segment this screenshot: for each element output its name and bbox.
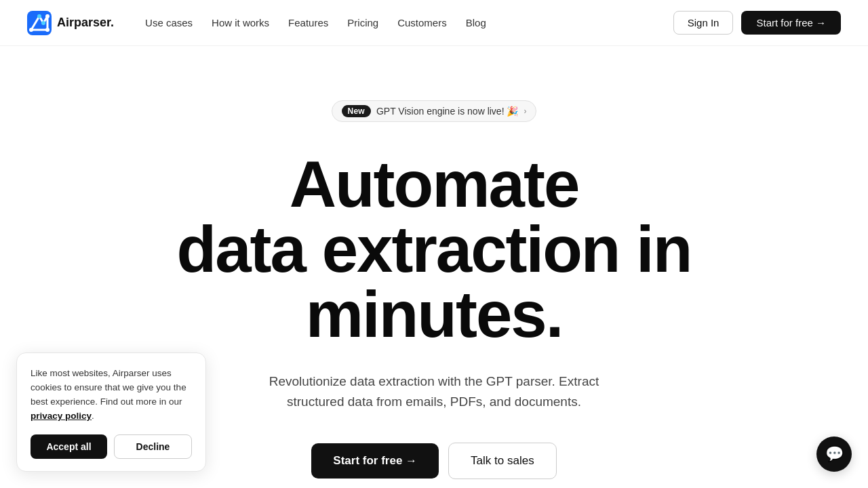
talk-to-sales-button[interactable]: Talk to sales (448, 443, 557, 479)
nav-right: Sign In Start for free → (673, 11, 841, 35)
cookie-text: Like most websites, Airparser uses cooki… (31, 367, 192, 424)
hero-headline-line1: Automate (290, 148, 579, 220)
nav-links: Use cases How it works Features Pricing … (138, 13, 493, 33)
badge-chevron-icon: › (524, 106, 526, 116)
chat-icon: 💬 (825, 445, 844, 463)
svg-point-5 (45, 28, 50, 32)
nav-use-cases[interactable]: Use cases (138, 13, 199, 33)
nav-left: Airparser. Use cases How it works Featur… (27, 11, 493, 35)
svg-point-3 (29, 28, 33, 32)
cookie-text-main: Like most websites, Airparser uses cooki… (31, 368, 186, 407)
logo-icon (27, 11, 52, 35)
cookie-buttons: Accept all Decline (31, 434, 192, 459)
start-for-free-hero-button[interactable]: Start for free → (311, 443, 439, 479)
cookie-text-end: . (92, 411, 94, 421)
cookie-privacy-link[interactable]: privacy policy (31, 411, 92, 421)
badge-new-label: New (342, 105, 371, 117)
nav-features[interactable]: Features (281, 13, 335, 33)
cookie-decline-button[interactable]: Decline (114, 434, 192, 459)
nav-how-it-works[interactable]: How it works (205, 13, 276, 33)
nav-customers[interactable]: Customers (391, 13, 454, 33)
nav-blog[interactable]: Blog (459, 13, 493, 33)
hero-headline: Automate data extraction in minutes. (177, 152, 692, 347)
logo-text: Airparser. (57, 16, 114, 30)
svg-point-4 (45, 14, 50, 18)
hero-headline-line3: minutes. (306, 278, 563, 350)
hero-subtext: Revolutionize data extraction with the G… (244, 371, 624, 413)
cookie-banner: Like most websites, Airparser uses cooki… (16, 352, 206, 472)
logo[interactable]: Airparser. (27, 11, 114, 35)
signin-button[interactable]: Sign In (673, 11, 734, 35)
hero-cta: Start for free → Talk to sales (311, 443, 556, 479)
navbar: Airparser. Use cases How it works Featur… (0, 0, 868, 46)
badge-text: GPT Vision engine is now live! 🎉 (376, 106, 518, 117)
svg-point-6 (41, 21, 45, 25)
cookie-accept-button[interactable]: Accept all (31, 434, 107, 459)
start-for-free-nav-button[interactable]: Start for free → (741, 11, 841, 35)
announcement-badge[interactable]: New GPT Vision engine is now live! 🎉 › (332, 100, 537, 122)
nav-pricing[interactable]: Pricing (340, 13, 385, 33)
svg-point-2 (37, 14, 41, 18)
chat-button[interactable]: 💬 (816, 436, 852, 472)
hero-headline-line2: data extraction in (177, 213, 692, 285)
